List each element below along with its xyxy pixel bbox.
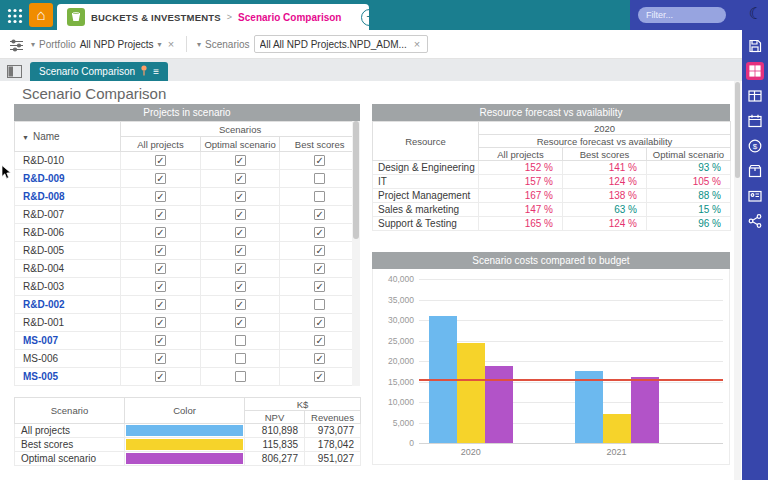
checkbox-unchecked[interactable] (235, 371, 246, 382)
apps-icon[interactable] (746, 62, 764, 80)
checkbox-checked[interactable]: ✓ (235, 227, 246, 238)
checkbox-checked[interactable]: ✓ (155, 353, 166, 364)
chevron-down-icon[interactable]: ▾ (31, 40, 35, 49)
project-name[interactable]: MS-006 (15, 350, 121, 368)
box-icon[interactable] (746, 162, 764, 180)
checkbox-checked[interactable]: ✓ (314, 353, 325, 364)
checkbox-checked[interactable]: ✓ (235, 245, 246, 256)
filter-input[interactable] (638, 7, 726, 23)
resource-value: 152 % (479, 161, 563, 175)
checkbox-checked[interactable]: ✓ (235, 209, 246, 220)
checkbox-unchecked[interactable] (235, 353, 246, 364)
chevron-down-icon[interactable]: ▾ (197, 40, 201, 49)
checkbox-checked[interactable]: ✓ (314, 227, 325, 238)
dark-mode-moon-icon[interactable]: ☾ (749, 4, 763, 23)
project-name[interactable]: R&D-010 (15, 152, 121, 170)
checkbox-checked[interactable]: ✓ (155, 209, 166, 220)
vertical-scrollbar-thumb[interactable] (735, 82, 740, 178)
project-name[interactable]: R&D-003 (15, 278, 121, 296)
projects-col-all-projects[interactable]: All projects (121, 137, 201, 152)
share-icon[interactable] (746, 212, 764, 230)
project-name[interactable]: R&D-006 (15, 224, 121, 242)
clear-portfolio-icon[interactable]: × (166, 38, 176, 50)
pin-icon[interactable] (140, 65, 148, 78)
checkbox-checked[interactable]: ✓ (314, 335, 325, 346)
cost-icon[interactable]: $ (746, 137, 764, 155)
breadcrumb-root[interactable]: BUCKETS & INVESTMENTS (91, 12, 221, 23)
projects-col-best-scores[interactable]: Best scores (280, 137, 360, 152)
checkbox-checked[interactable]: ✓ (155, 227, 166, 238)
checkbox-checked[interactable]: ✓ (314, 263, 325, 274)
checkbox-unchecked[interactable] (314, 191, 325, 202)
project-name[interactable]: MS-007 (15, 332, 121, 350)
scenarios-value[interactable]: All All NPD Projects.NPD_ADM... (260, 39, 407, 50)
checkbox-checked[interactable]: ✓ (155, 335, 166, 346)
checkbox-checked[interactable]: ✓ (235, 281, 246, 292)
projects-group-header: Scenarios (121, 122, 360, 137)
checkbox-checked[interactable]: ✓ (155, 263, 166, 274)
checkbox-checked[interactable]: ✓ (314, 209, 325, 220)
checkbox-checked[interactable]: ✓ (155, 191, 166, 202)
sort-desc-icon[interactable]: ▼ (22, 134, 29, 141)
save-icon[interactable] (746, 37, 764, 55)
vertical-scrollbar[interactable] (734, 81, 741, 480)
checkbox-checked[interactable]: ✓ (235, 155, 246, 166)
resource-value: 141 % (563, 161, 647, 175)
topbar-right: ☾ (630, 0, 768, 30)
checkbox-checked[interactable]: ✓ (235, 263, 246, 274)
scenarios-value-box[interactable]: All All NPD Projects.NPD_ADM... × (254, 35, 429, 53)
checkbox-checked[interactable]: ✓ (155, 245, 166, 256)
checkbox-checked[interactable]: ✓ (155, 155, 166, 166)
project-name[interactable]: R&D-009 (15, 170, 121, 188)
project-name[interactable]: R&D-001 (15, 314, 121, 332)
checkbox-checked[interactable]: ✓ (155, 317, 166, 328)
projects-scrollbar-thumb[interactable] (353, 121, 359, 239)
checkbox-checked[interactable]: ✓ (314, 155, 325, 166)
checkbox-checked[interactable]: ✓ (314, 317, 325, 328)
portfolio-dropdown-icon[interactable]: ▾ (158, 40, 162, 49)
workspace-tab[interactable]: BUCKETS & INVESTMENTS > Scenario Compari… (57, 4, 369, 30)
projects-col-name[interactable]: ▼Name (15, 122, 121, 152)
badge-icon[interactable] (746, 187, 764, 205)
y-tick-label: 20,000 (374, 356, 414, 366)
checkbox-checked[interactable]: ✓ (314, 245, 325, 256)
project-name[interactable]: R&D-005 (15, 242, 121, 260)
project-name[interactable]: R&D-004 (15, 260, 121, 278)
project-name[interactable]: R&D-007 (15, 206, 121, 224)
costs-chart-panel: Scenario costs compared to budget 05,000… (372, 252, 730, 465)
calendar-icon[interactable] (746, 112, 764, 130)
summary-group-header: K$ (245, 398, 361, 411)
checkbox-checked[interactable]: ✓ (235, 299, 246, 310)
project-name[interactable]: R&D-008 (15, 188, 121, 206)
breadcrumb-current[interactable]: Scenario Comparison (238, 12, 341, 23)
apps-grid-icon[interactable] (7, 8, 23, 24)
checkbox-checked[interactable]: ✓ (235, 191, 246, 202)
table-icon[interactable] (746, 87, 764, 105)
project-name[interactable]: R&D-002 (15, 296, 121, 314)
checkbox-unchecked[interactable] (314, 299, 325, 310)
checkbox-checked[interactable]: ✓ (155, 281, 166, 292)
tab-scenario-comparison[interactable]: Scenario Comparison ≡ (30, 62, 168, 81)
checkbox-unchecked[interactable] (235, 335, 246, 346)
checkbox-checked[interactable]: ✓ (314, 371, 325, 382)
checkbox-checked[interactable]: ✓ (155, 299, 166, 310)
clear-scenarios-icon[interactable]: × (412, 38, 422, 50)
checkbox-checked[interactable]: ✓ (235, 317, 246, 328)
checkbox-checked[interactable]: ✓ (314, 281, 325, 292)
checkbox-checked[interactable]: ✓ (235, 173, 246, 184)
checkbox-unchecked[interactable] (314, 173, 325, 184)
checkbox-checked[interactable]: ✓ (155, 371, 166, 382)
checkbox-checked[interactable]: ✓ (155, 173, 166, 184)
project-name[interactable]: MS-005 (15, 368, 121, 386)
tab-menu-icon[interactable]: ≡ (153, 66, 159, 77)
home-button[interactable]: ⌂ (29, 3, 53, 27)
y-tick-label: 0 (374, 438, 414, 448)
projects-col-optimal-scenario[interactable]: Optimal scenario (200, 137, 280, 152)
portfolio-value[interactable]: All NPD Projects (80, 39, 154, 50)
projects-scrollbar[interactable] (352, 121, 360, 386)
view-options-icon[interactable] (9, 38, 24, 51)
collapse-panel-icon[interactable] (7, 64, 22, 77)
summary-npv-value: 806,277 (245, 452, 305, 466)
add-tab-button[interactable]: + (361, 9, 378, 26)
y-tick-label: 5,000 (374, 418, 414, 428)
